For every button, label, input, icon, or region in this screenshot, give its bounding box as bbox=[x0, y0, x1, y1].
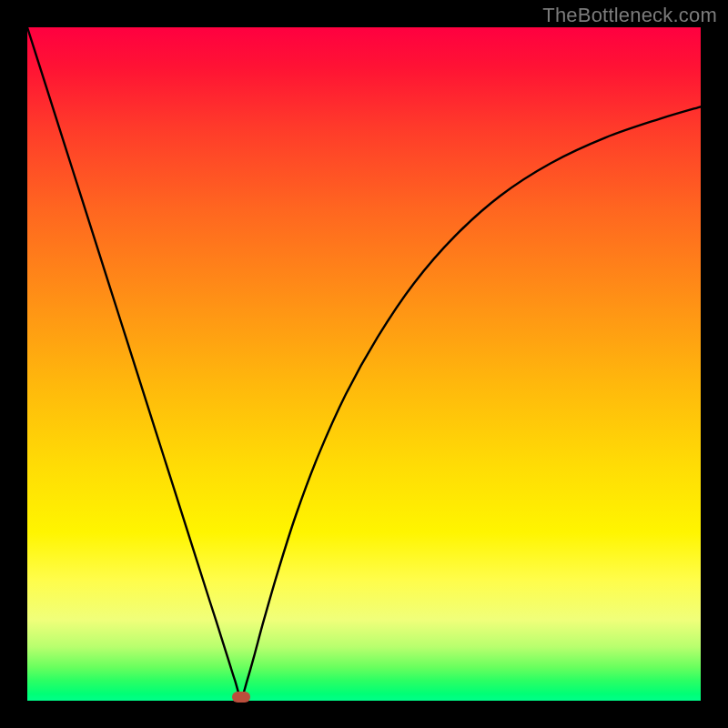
minimum-marker bbox=[232, 692, 250, 703]
bottleneck-curve bbox=[27, 27, 701, 701]
chart-frame: TheBottleneck.com bbox=[0, 0, 728, 728]
plot-area bbox=[27, 27, 701, 701]
watermark-text: TheBottleneck.com bbox=[542, 4, 717, 27]
